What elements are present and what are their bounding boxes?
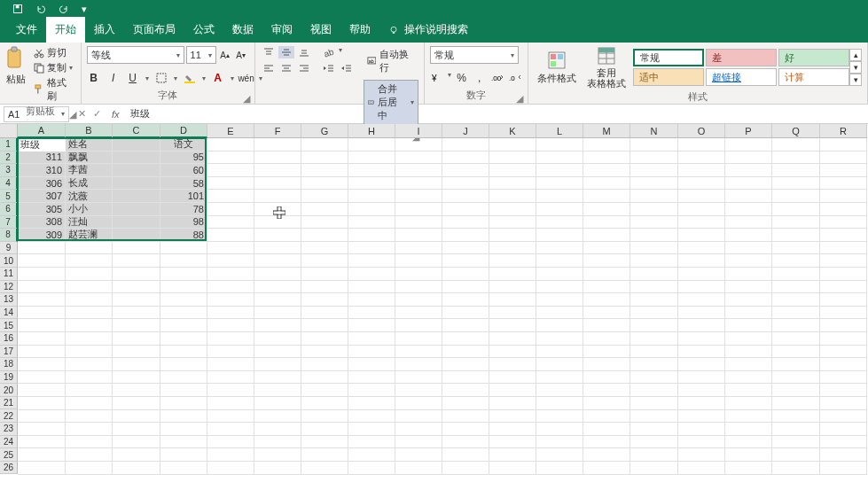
cell[interactable] (113, 384, 160, 397)
cell[interactable] (207, 384, 254, 397)
row-header-7[interactable]: 7 (0, 216, 18, 229)
cell[interactable] (66, 423, 113, 436)
cell[interactable] (442, 254, 489, 268)
cell[interactable] (113, 410, 160, 424)
cell[interactable] (725, 281, 772, 294)
cell[interactable] (678, 281, 725, 294)
cell[interactable] (18, 423, 66, 436)
cell[interactable] (160, 242, 207, 255)
cell[interactable] (725, 332, 772, 346)
font-name-select[interactable]: 等线▾ (87, 46, 184, 64)
cell[interactable] (18, 397, 66, 410)
number-launcher-icon[interactable]: ◢ (515, 93, 524, 102)
cell[interactable]: 60 (160, 164, 207, 177)
cell[interactable] (820, 384, 867, 397)
cell[interactable] (820, 332, 867, 346)
cell[interactable] (301, 462, 348, 475)
cell[interactable] (583, 216, 630, 229)
cell[interactable] (113, 448, 160, 462)
row-header-11[interactable]: 11 (0, 268, 18, 281)
cell[interactable] (536, 371, 583, 385)
shrink-font-icon[interactable]: A▾ (234, 48, 248, 62)
cell[interactable] (113, 462, 160, 475)
cell[interactable] (678, 293, 725, 307)
cell[interactable] (301, 410, 348, 424)
cell[interactable] (536, 164, 583, 177)
cell[interactable] (489, 332, 536, 346)
cell[interactable] (725, 319, 772, 332)
cell[interactable] (442, 319, 489, 332)
cell[interactable] (348, 319, 395, 332)
cell[interactable] (395, 346, 442, 359)
cell[interactable] (630, 358, 678, 371)
cell[interactable] (820, 242, 867, 255)
cell[interactable] (395, 177, 442, 191)
cell[interactable] (301, 332, 348, 346)
cell[interactable] (820, 346, 867, 359)
cell[interactable] (207, 138, 254, 152)
style-good[interactable]: 好 (778, 49, 849, 66)
cell[interactable] (348, 216, 395, 229)
cell[interactable] (395, 254, 442, 268)
cell[interactable] (489, 281, 536, 294)
cell[interactable] (678, 358, 725, 371)
cell[interactable] (66, 319, 113, 332)
cell[interactable] (18, 293, 66, 307)
tab-data[interactable]: 数据 (223, 17, 262, 43)
row-header-26[interactable]: 26 (0, 462, 18, 475)
cell[interactable] (18, 307, 66, 320)
cell[interactable] (678, 436, 725, 449)
cell[interactable] (442, 203, 489, 216)
cell[interactable] (725, 423, 772, 436)
cell[interactable] (725, 384, 772, 397)
cell[interactable] (678, 410, 725, 424)
cell[interactable] (301, 384, 348, 397)
cell[interactable] (207, 346, 254, 359)
cell[interactable] (630, 319, 678, 332)
cell[interactable] (536, 448, 583, 462)
cell[interactable]: 98 (160, 216, 207, 229)
cell[interactable] (536, 190, 583, 203)
cell[interactable] (207, 462, 254, 475)
cell[interactable] (725, 462, 772, 475)
col-header-F[interactable]: F (254, 124, 301, 138)
cell[interactable] (348, 190, 395, 203)
cell[interactable] (160, 423, 207, 436)
cell[interactable] (395, 229, 442, 242)
number-format-select[interactable]: 常规▾ (430, 46, 519, 64)
style-calculation[interactable]: 计算 (778, 68, 849, 86)
cell[interactable] (254, 138, 301, 152)
cell[interactable] (820, 371, 867, 385)
cell[interactable] (536, 384, 583, 397)
cell[interactable] (772, 281, 820, 294)
cell[interactable] (630, 254, 678, 268)
cell[interactable] (160, 410, 207, 424)
cell[interactable] (160, 307, 207, 320)
cell[interactable] (772, 319, 820, 332)
cell[interactable] (301, 216, 348, 229)
cell[interactable] (442, 307, 489, 320)
format-painter-button[interactable]: 格式刷 (34, 76, 75, 103)
format-as-table-button[interactable]: 套用 表格格式 (583, 46, 629, 89)
cell[interactable] (536, 281, 583, 294)
cell[interactable] (630, 190, 678, 203)
cell[interactable] (160, 268, 207, 281)
cell[interactable] (207, 397, 254, 410)
col-header-H[interactable]: H (348, 124, 395, 138)
cell[interactable] (583, 177, 630, 191)
cell[interactable] (254, 346, 301, 359)
cell[interactable] (630, 462, 678, 475)
cell[interactable] (348, 229, 395, 242)
cell[interactable] (772, 346, 820, 359)
cell[interactable] (18, 448, 66, 462)
cell[interactable] (583, 164, 630, 177)
cell[interactable] (254, 164, 301, 177)
cell[interactable] (536, 229, 583, 242)
cell[interactable] (301, 268, 348, 281)
cell[interactable]: 长成 (66, 177, 113, 191)
cell[interactable] (442, 371, 489, 385)
cell[interactable] (772, 332, 820, 346)
cell[interactable] (772, 293, 820, 307)
cell[interactable] (583, 190, 630, 203)
cell[interactable] (583, 293, 630, 307)
